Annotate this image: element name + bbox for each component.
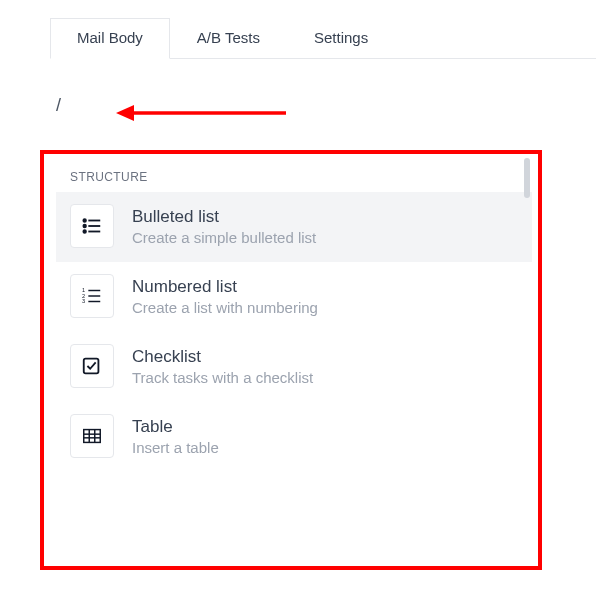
slash-command-text: /: [56, 95, 61, 115]
menu-item-desc: Insert a table: [132, 439, 219, 456]
menu-item-title: Table: [132, 417, 219, 437]
tab-settings[interactable]: Settings: [287, 18, 395, 59]
annotation-arrow-icon: [116, 101, 286, 125]
svg-point-6: [83, 230, 86, 233]
menu-item-title: Checklist: [132, 347, 313, 367]
svg-rect-14: [84, 359, 99, 374]
table-icon: [70, 414, 114, 458]
menu-item-desc: Create a list with numbering: [132, 299, 318, 316]
menu-item-table[interactable]: Table Insert a table: [56, 402, 532, 472]
menu-scrollbar[interactable]: [524, 158, 530, 198]
menu-item-checklist[interactable]: Checklist Track tasks with a checklist: [56, 332, 532, 402]
tabs: Mail Body A/B Tests Settings: [50, 18, 596, 59]
slash-command-menu: STRUCTURE Bulleted list Create a simple …: [56, 156, 532, 562]
svg-marker-1: [116, 105, 134, 121]
menu-item-desc: Create a simple bulleted list: [132, 229, 316, 246]
menu-item-numbered-list[interactable]: 1 2 3 Numbered list Create a list with n…: [56, 262, 532, 332]
menu-item-title: Numbered list: [132, 277, 318, 297]
menu-item-desc: Track tasks with a checklist: [132, 369, 313, 386]
svg-point-4: [83, 225, 86, 228]
numbered-list-icon: 1 2 3: [70, 274, 114, 318]
svg-text:3: 3: [82, 298, 85, 304]
menu-item-bulleted-list[interactable]: Bulleted list Create a simple bulleted l…: [56, 192, 532, 262]
checklist-icon: [70, 344, 114, 388]
tab-ab-tests[interactable]: A/B Tests: [170, 18, 287, 59]
tab-mail-body[interactable]: Mail Body: [50, 18, 170, 59]
svg-rect-15: [84, 430, 101, 443]
svg-point-2: [83, 219, 86, 222]
editor-body[interactable]: /: [50, 95, 596, 116]
menu-section-header: STRUCTURE: [56, 156, 532, 192]
bulleted-list-icon: [70, 204, 114, 248]
menu-item-title: Bulleted list: [132, 207, 316, 227]
